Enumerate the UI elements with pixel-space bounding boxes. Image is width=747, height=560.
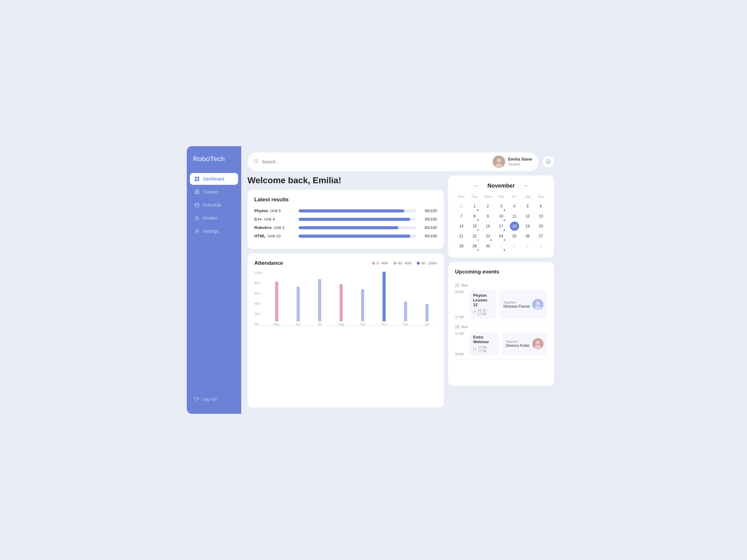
cal-day[interactable]: 12: [523, 212, 532, 221]
cal-day[interactable]: 1: [496, 241, 506, 251]
cal-dot: [477, 219, 479, 221]
cal-day[interactable]: 14: [457, 221, 466, 231]
progress-fill: [299, 218, 410, 221]
cal-day[interactable]: 18: [510, 221, 519, 231]
cal-day[interactable]: 15: [470, 221, 479, 231]
bar-group: [331, 271, 351, 321]
legend-label-mid: 60 - 80%: [398, 261, 412, 265]
bar-lavender: [404, 301, 407, 321]
search-input[interactable]: [262, 159, 490, 164]
result-score: 90/100: [420, 209, 437, 213]
svg-rect-11: [473, 311, 476, 313]
avatar-svg: [532, 338, 543, 349]
notification-button[interactable]: [543, 156, 554, 167]
sidebar-item-grades[interactable]: Grades: [190, 212, 238, 224]
cal-day[interactable]: 25: [510, 232, 519, 241]
svg-rect-1: [197, 177, 199, 179]
cal-day[interactable]: 6: [536, 202, 546, 211]
sidebar-item-dashboard[interactable]: Dashboard: [190, 173, 238, 185]
cal-dot: [477, 249, 479, 251]
teacher-text: Teacher: Ginevra Potter: [506, 340, 530, 348]
svg-rect-0: [195, 177, 197, 179]
y-label: 100%: [254, 271, 262, 275]
event-time-end: 18:00: [455, 352, 466, 356]
cal-day[interactable]: 10: [496, 212, 506, 221]
cal-day[interactable]: 2: [483, 202, 492, 211]
chart-col: Nov: [375, 271, 394, 326]
y-label: 20%: [254, 312, 262, 316]
cal-dot: [477, 229, 479, 231]
cal-day[interactable]: 27: [536, 232, 546, 241]
cal-day[interactable]: 23: [483, 232, 492, 241]
calendar-next-button[interactable]: →: [521, 182, 530, 189]
bar-lavender: [297, 287, 300, 321]
cal-day[interactable]: 22: [470, 232, 479, 241]
user-name: Emilia Stane: [508, 157, 532, 162]
cal-day[interactable]: 28: [457, 241, 466, 251]
avatar: [493, 156, 505, 168]
event-date-label: 22, Nov: [455, 283, 547, 288]
logout-icon: [194, 396, 199, 402]
events-card: Upcoming events 22, Nov16:0017:00 Phyton…: [448, 262, 554, 386]
cal-day[interactable]: 26: [523, 232, 532, 241]
cal-day[interactable]: 4: [536, 241, 546, 251]
event-time-col: 17:0018:00: [455, 331, 466, 356]
result-score: 95/100: [420, 234, 437, 238]
sidebar-item-schedule[interactable]: Schedule: [190, 199, 238, 211]
calendar-icon: [473, 310, 476, 314]
cal-day[interactable]: 3: [496, 202, 506, 211]
cal-day[interactable]: 7: [457, 212, 466, 221]
logout-button[interactable]: Log out: [190, 393, 238, 405]
legend-dot-high: [417, 262, 420, 265]
search-icon: [254, 159, 259, 165]
cal-day-header: Mon: [455, 193, 468, 201]
event-time-detail: 16:10 - 17:00: [473, 308, 493, 316]
progress-track: [299, 209, 416, 212]
event-time-start: 17:00: [455, 331, 466, 336]
cal-day[interactable]: 19: [523, 221, 532, 231]
cal-day[interactable]: 2: [510, 241, 519, 251]
calendar-prev-button[interactable]: ←: [472, 182, 481, 189]
content-grid: Welcome back, Emilia! Latest results Phy…: [248, 176, 554, 407]
y-label: 60%: [254, 292, 262, 295]
chart-col: Jul: [310, 271, 329, 326]
cal-day[interactable]: 24: [496, 232, 506, 241]
svg-rect-5: [195, 204, 199, 207]
cal-day[interactable]: 29: [470, 241, 479, 251]
teacher-avatar: [532, 299, 543, 310]
result-label: C++. Unit 4: [254, 217, 295, 221]
cal-day[interactable]: 17: [496, 221, 506, 231]
result-row: Robotics. Unit 2 85/100: [254, 225, 437, 230]
chart-area: 100% 80% 60% 40% 20% 0% MayJunJulAugSepN…: [254, 271, 437, 334]
user-text: Emilia Stane Student: [508, 157, 532, 166]
cal-day[interactable]: 9: [483, 212, 492, 221]
cal-day[interactable]: 20: [536, 221, 546, 231]
cal-day[interactable]: 11: [510, 212, 519, 221]
sidebar-item-label: Grades: [203, 216, 217, 220]
cal-dot: [504, 209, 505, 211]
sidebar-item-settings[interactable]: Settings: [190, 225, 238, 237]
cal-day[interactable]: 30: [483, 241, 492, 251]
sidebar-item-classes[interactable]: Classes: [190, 186, 238, 198]
cal-day[interactable]: 5: [523, 202, 532, 211]
teacher-label: Teacher:: [503, 300, 530, 304]
cal-day[interactable]: 13: [536, 212, 546, 221]
teacher-text: Teacher: Nickolas Flamel: [503, 300, 530, 309]
logo: RoboTech: [187, 155, 241, 173]
cal-dot: [490, 239, 492, 241]
sidebar: RoboTech Dashboard: [187, 146, 241, 414]
cal-day[interactable]: 16: [483, 221, 492, 231]
chart-y-labels: 100% 80% 60% 40% 20% 0%: [254, 271, 262, 326]
legend-dot-mid: [393, 262, 396, 265]
cal-day[interactable]: 31: [457, 202, 466, 211]
progress-track: [299, 235, 416, 238]
cal-day[interactable]: 21: [457, 232, 466, 241]
cal-day[interactable]: 8: [470, 212, 479, 221]
cal-day[interactable]: 1: [470, 202, 479, 211]
cal-day[interactable]: 4: [510, 202, 519, 211]
cal-day[interactable]: 3: [523, 241, 532, 251]
legend-label-low: 0 - 40%: [377, 261, 388, 265]
cal-day-header: Tue: [468, 193, 481, 201]
chart-col: Jun: [288, 271, 308, 326]
user-role: Student: [508, 162, 532, 166]
